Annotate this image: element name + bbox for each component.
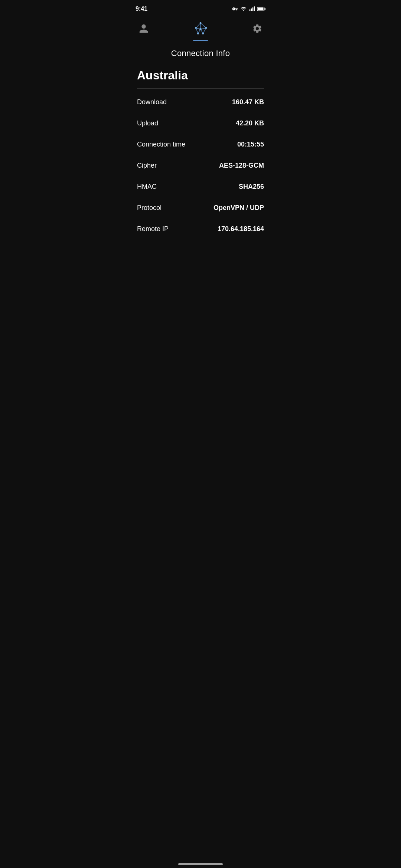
remote-ip-label: Remote IP <box>137 225 169 233</box>
svg-point-20 <box>202 33 204 34</box>
profile-button[interactable] <box>136 20 152 37</box>
svg-point-19 <box>199 28 202 30</box>
connection-time-row: Connection time 00:15:55 <box>137 134 264 155</box>
nav-bar <box>128 16 273 38</box>
hmac-row: HMAC SHA256 <box>137 176 264 197</box>
svg-rect-6 <box>264 8 265 10</box>
app-logo[interactable] <box>191 19 210 38</box>
status-time: 9:41 <box>136 6 147 12</box>
svg-point-21 <box>197 33 199 34</box>
status-icons <box>232 6 265 12</box>
download-row: Download 160.47 KB <box>137 92 264 113</box>
protocol-row: Protocol OpenVPN / UDP <box>137 197 264 218</box>
cipher-label: Cipher <box>137 162 157 170</box>
hmac-value: SHA256 <box>239 183 264 191</box>
svg-rect-2 <box>252 7 254 11</box>
connection-time-value: 00:15:55 <box>237 141 264 148</box>
svg-rect-0 <box>250 9 251 11</box>
cipher-value: AES-128-GCM <box>219 162 264 170</box>
wifi-icon <box>240 6 247 12</box>
location-name: Australia <box>137 69 264 82</box>
upload-value: 42.20 KB <box>236 119 264 127</box>
svg-line-8 <box>196 23 201 28</box>
person-icon <box>138 23 149 34</box>
gear-icon <box>252 23 263 34</box>
network-logo-icon <box>191 19 210 38</box>
section-divider <box>137 88 264 89</box>
svg-rect-1 <box>251 9 252 11</box>
svg-rect-5 <box>258 7 263 10</box>
svg-point-18 <box>195 27 197 29</box>
svg-line-7 <box>200 23 206 28</box>
upload-row: Upload 42.20 KB <box>137 113 264 134</box>
upload-label: Upload <box>137 119 158 127</box>
status-bar: 9:41 <box>128 0 273 16</box>
remote-ip-value: 170.64.185.164 <box>218 225 264 233</box>
battery-icon <box>257 6 265 11</box>
protocol-value: OpenVPN / UDP <box>213 204 264 212</box>
remote-ip-row: Remote IP 170.64.185.164 <box>137 218 264 240</box>
hmac-label: HMAC <box>137 183 157 191</box>
svg-line-10 <box>203 28 206 33</box>
download-label: Download <box>137 98 167 106</box>
connection-time-label: Connection time <box>137 141 185 148</box>
signal-icon <box>249 6 255 12</box>
protocol-label: Protocol <box>137 204 162 212</box>
settings-button[interactable] <box>249 20 265 37</box>
cipher-row: Cipher AES-128-GCM <box>137 155 264 176</box>
svg-point-16 <box>200 22 202 24</box>
download-value: 160.47 KB <box>232 98 264 106</box>
main-content: Connection Info Australia Download 160.4… <box>128 41 273 247</box>
page-title: Connection Info <box>137 49 264 58</box>
key-icon <box>232 6 238 12</box>
svg-rect-3 <box>254 6 255 11</box>
svg-point-17 <box>205 27 207 29</box>
